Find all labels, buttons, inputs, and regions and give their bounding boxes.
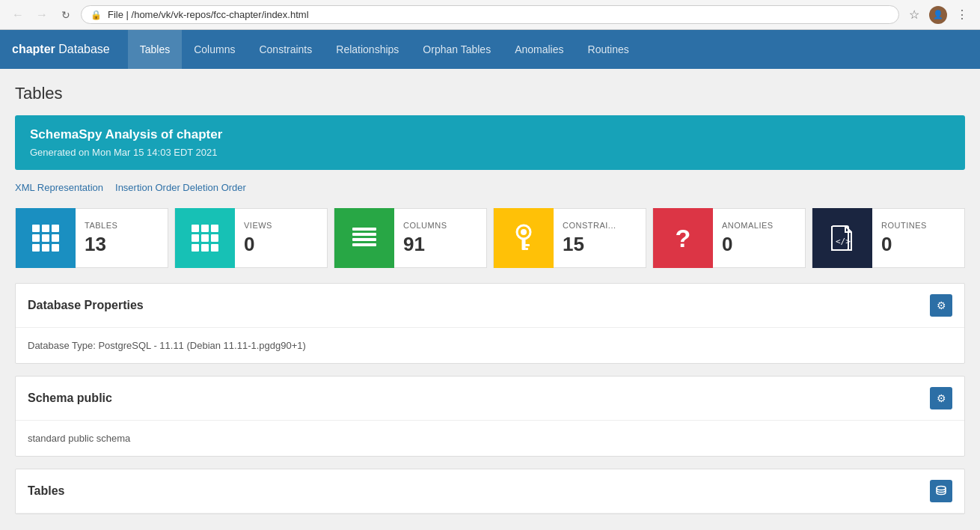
main-nav: chapter Database Tables Columns Constrai… bbox=[0, 30, 980, 69]
stat-tables-value: 13 bbox=[85, 233, 159, 256]
stat-routines: </> ROUTINES 0 bbox=[812, 208, 965, 268]
stat-columns-icon bbox=[334, 208, 394, 268]
nav-constraints[interactable]: Constraints bbox=[247, 30, 324, 69]
stat-views: VIEWS 0 bbox=[174, 208, 328, 268]
stat-columns-label: COLUMNS bbox=[403, 221, 477, 230]
svg-rect-6 bbox=[522, 238, 526, 250]
address-text: File | /home/vk/vk-repos/fcc-chapter/ind… bbox=[108, 9, 309, 20]
schema-header: Schema public ⚙ bbox=[16, 377, 964, 421]
stat-tables-label: TABLES bbox=[85, 221, 159, 230]
stat-views-icon bbox=[175, 208, 235, 268]
avatar: 👤 bbox=[929, 6, 947, 24]
tables-section-title: Tables bbox=[28, 484, 65, 498]
schema-section: Schema public ⚙ standard public schema bbox=[15, 376, 965, 457]
svg-rect-1 bbox=[352, 233, 376, 236]
stat-anomalies-value: 0 bbox=[722, 233, 796, 256]
stat-anomalies: ? ANOMALIES 0 bbox=[652, 208, 806, 268]
svg-rect-3 bbox=[352, 243, 376, 246]
nav-brand: chapter Database bbox=[12, 43, 110, 56]
forward-button[interactable]: → bbox=[33, 6, 51, 24]
svg-point-5 bbox=[521, 229, 527, 235]
back-button[interactable]: ← bbox=[9, 6, 27, 24]
schema-body: standard public schema bbox=[16, 421, 964, 456]
stat-tables: TABLES 13 bbox=[15, 208, 168, 268]
stat-columns-info: COLUMNS 91 bbox=[394, 221, 486, 256]
menu-button[interactable]: ⋮ bbox=[953, 6, 971, 24]
db-properties-header: Database Properties ⚙ bbox=[16, 284, 964, 328]
question-mark-icon: ? bbox=[676, 224, 691, 253]
star-button[interactable]: ☆ bbox=[905, 6, 923, 24]
stat-views-value: 0 bbox=[244, 233, 318, 256]
nav-orphan-tables[interactable]: Orphan Tables bbox=[411, 30, 503, 69]
tables-section-header: Tables bbox=[16, 469, 964, 514]
svg-text:</>: </> bbox=[836, 237, 851, 246]
lock-icon: 🔒 bbox=[91, 10, 102, 20]
stat-constraints: CONSTRAI... 15 bbox=[493, 208, 646, 268]
stat-constraints-label: CONSTRAI... bbox=[563, 221, 637, 230]
xml-representation-link[interactable]: XML Representation bbox=[15, 182, 103, 193]
nav-relationships[interactable]: Relationships bbox=[324, 30, 411, 69]
brand-rest: Database bbox=[55, 43, 110, 55]
svg-point-11 bbox=[937, 487, 946, 490]
stat-constraints-info: CONSTRAI... 15 bbox=[554, 221, 646, 256]
database-icon bbox=[935, 485, 947, 497]
stat-views-label: VIEWS bbox=[244, 221, 318, 230]
nav-anomalies[interactable]: Anomalies bbox=[503, 30, 575, 69]
code-file-icon: </> bbox=[829, 225, 856, 252]
links-row: XML Representation Insertion Order Delet… bbox=[15, 182, 965, 193]
stat-columns-value: 91 bbox=[403, 233, 477, 256]
db-properties-content: Database Type: PostgreSQL - 11.11 (Debia… bbox=[28, 340, 306, 351]
nav-routines[interactable]: Routines bbox=[576, 30, 641, 69]
stat-anomalies-icon: ? bbox=[653, 208, 713, 268]
schema-title: Schema public bbox=[28, 392, 112, 405]
nav-links: Tables Columns Constraints Relationships… bbox=[128, 30, 641, 69]
stat-routines-info: ROUTINES 0 bbox=[872, 221, 964, 256]
nav-tables[interactable]: Tables bbox=[128, 30, 182, 69]
banner-heading: SchemaSpy Analysis of chapter bbox=[30, 127, 950, 142]
stat-routines-label: ROUTINES bbox=[881, 221, 955, 230]
stat-views-info: VIEWS 0 bbox=[235, 221, 327, 256]
grid-icon-views bbox=[192, 225, 218, 252]
stat-tables-info: TABLES 13 bbox=[76, 221, 168, 256]
page-content: Tables SchemaSpy Analysis of chapter Gen… bbox=[0, 69, 980, 530]
schema-gear-button[interactable]: ⚙ bbox=[930, 387, 952, 409]
tables-section: Tables bbox=[15, 469, 965, 514]
db-properties-body: Database Type: PostgreSQL - 11.11 (Debia… bbox=[16, 328, 964, 363]
grid-icon-tables bbox=[32, 225, 59, 252]
browser-chrome: ← → ↻ 🔒 File | /home/vk/vk-repos/fcc-cha… bbox=[0, 0, 980, 30]
svg-rect-7 bbox=[525, 244, 530, 246]
db-properties-gear-button[interactable]: ⚙ bbox=[930, 294, 952, 317]
stat-anomalies-info: ANOMALIES 0 bbox=[713, 221, 805, 256]
stat-columns: COLUMNS 91 bbox=[334, 208, 487, 268]
stat-anomalies-label: ANOMALIES bbox=[722, 221, 796, 230]
tables-db-button[interactable] bbox=[930, 480, 952, 502]
chrome-actions: ☆ 👤 ⋮ bbox=[905, 6, 971, 24]
page-title: Tables bbox=[15, 84, 965, 103]
key-icon bbox=[512, 223, 536, 253]
stat-tables-icon bbox=[16, 208, 76, 268]
schema-content: standard public schema bbox=[28, 433, 130, 444]
stat-routines-value: 0 bbox=[881, 233, 955, 256]
list-icon bbox=[351, 225, 378, 252]
db-properties-section: Database Properties ⚙ Database Type: Pos… bbox=[15, 283, 965, 364]
address-bar[interactable]: 🔒 File | /home/vk/vk-repos/fcc-chapter/i… bbox=[81, 5, 899, 24]
brand-bold: chapter bbox=[12, 43, 55, 55]
info-banner: SchemaSpy Analysis of chapter Generated … bbox=[15, 115, 965, 170]
svg-rect-8 bbox=[525, 248, 528, 250]
banner-subtext: Generated on Mon Mar 15 14:03 EDT 2021 bbox=[30, 147, 950, 158]
svg-rect-0 bbox=[352, 228, 376, 231]
svg-rect-2 bbox=[352, 238, 376, 241]
db-properties-title: Database Properties bbox=[28, 299, 144, 312]
refresh-button[interactable]: ↻ bbox=[57, 6, 75, 24]
stats-row: TABLES 13 VIEWS 0 bbox=[15, 208, 965, 268]
stat-constraints-icon bbox=[494, 208, 554, 268]
insertion-order-link[interactable]: Insertion Order Deletion Order bbox=[115, 182, 246, 193]
stat-constraints-value: 15 bbox=[563, 233, 637, 256]
stat-routines-icon: </> bbox=[812, 208, 872, 268]
nav-columns[interactable]: Columns bbox=[182, 30, 247, 69]
